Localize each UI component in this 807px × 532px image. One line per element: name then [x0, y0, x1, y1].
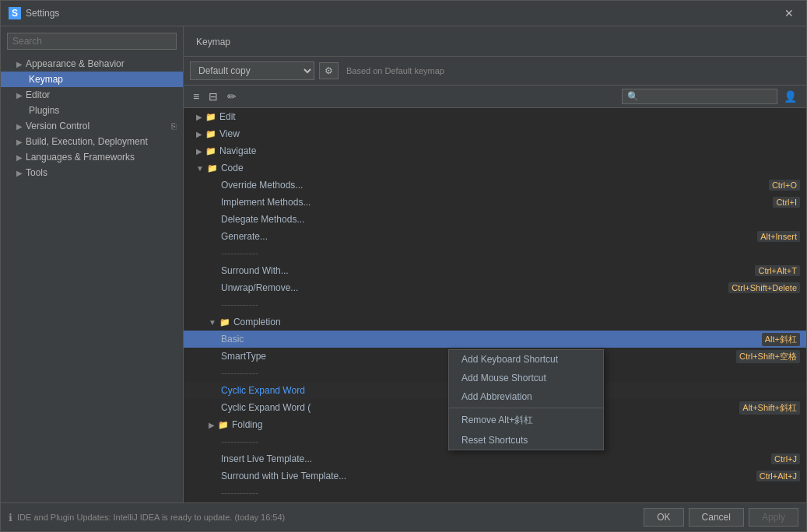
- sidebar-item-build[interactable]: ▶ Build, Execution, Deployment: [1, 134, 183, 149]
- separator-label: ------------: [221, 248, 258, 259]
- row-arrow: ▼: [196, 164, 204, 173]
- shortcut-badge: Ctrl+Alt+J: [756, 471, 800, 481]
- tree-row[interactable]: Unwrap/Remove... Ctrl+Shift+Delete: [184, 279, 806, 296]
- row-label: Unwrap/Remove...: [221, 282, 298, 293]
- tree-row-separator: ------------: [184, 245, 806, 262]
- sidebar-item-tools[interactable]: ▶ Tools: [1, 165, 183, 180]
- expand-arrow: ▶: [16, 169, 23, 177]
- search-box: [7, 33, 177, 50]
- folder-icon: 📁: [218, 420, 229, 430]
- tree-row[interactable]: Surround With... Ctrl+Alt+T: [184, 262, 806, 279]
- tree-row[interactable]: Generate... Alt+Insert: [184, 228, 806, 245]
- expand-arrow: ▶: [16, 153, 23, 162]
- shortcut-badge: Alt+Insert: [757, 231, 800, 242]
- row-arrow: ▶: [196, 147, 202, 156]
- separator-label: ------------: [221, 299, 258, 310]
- settings-dialog: S Settings ✕ ▶ Appearance & Behavior Key…: [0, 0, 807, 532]
- tree-row[interactable]: Override Methods... Ctrl+O: [184, 177, 806, 194]
- row-label: View: [219, 128, 240, 139]
- filter-button-1[interactable]: ≡: [190, 89, 202, 104]
- keymap-search-input[interactable]: [622, 89, 777, 104]
- row-arrow: ▶: [209, 421, 215, 429]
- sidebar-item-label: Tools: [26, 167, 47, 178]
- tree-row[interactable]: ▶ 📁 View: [184, 125, 806, 142]
- window-title: Settings: [26, 8, 59, 19]
- tree-row[interactable]: ▼ 📁 Completion: [184, 313, 806, 331]
- folder-icon: 📁: [205, 129, 216, 139]
- tree-row[interactable]: Surround with Live Template... Ctrl+Alt+…: [184, 467, 806, 485]
- keymap-tree: ▶ 📁 Edit ▶ 📁 View ▶ 📁 Navigate: [184, 108, 806, 502]
- row-label: Generate...: [221, 231, 268, 242]
- sidebar-item-label: Build, Execution, Deployment: [26, 136, 148, 147]
- row-label: Basic: [221, 334, 244, 345]
- shortcut-badge: Alt+Shift+斜杠: [739, 401, 800, 415]
- sidebar-item-keymap[interactable]: Keymap: [1, 72, 183, 87]
- apply-button[interactable]: Apply: [749, 508, 798, 527]
- keymap-gear-button[interactable]: ⚙: [319, 62, 339, 79]
- context-menu-separator: [449, 408, 603, 408]
- folder-icon: 📁: [205, 112, 216, 122]
- expand-arrow: ▶: [16, 60, 23, 68]
- info-icon: ℹ: [9, 512, 12, 523]
- sidebar-item-label: Appearance & Behavior: [26, 58, 125, 69]
- row-arrow: ▼: [209, 318, 216, 327]
- row-label-link: Cyclic Expand Word: [221, 385, 305, 396]
- sidebar-item-label: Plugins: [29, 105, 59, 116]
- search-right: 👤: [622, 89, 800, 104]
- button-row: OK Cancel Apply: [644, 508, 798, 527]
- folder-icon: 📁: [205, 146, 216, 156]
- title-bar: S Settings ✕: [1, 1, 806, 26]
- sidebar-item-editor[interactable]: ▶ Editor: [1, 87, 183, 103]
- folder-icon: 📁: [207, 163, 218, 173]
- right-panel: Keymap Default copy ⚙ Based on Default k…: [184, 26, 806, 502]
- close-button[interactable]: ✕: [780, 5, 798, 21]
- sidebar-item-label: Keymap: [29, 74, 63, 85]
- sidebar-item-languages[interactable]: ▶ Languages & Frameworks: [1, 149, 183, 165]
- row-label: Folding: [232, 419, 262, 430]
- tree-row[interactable]: Delegate Methods...: [184, 211, 806, 228]
- tree-row[interactable]: Implement Methods... Ctrl+I: [184, 194, 806, 211]
- edit-button[interactable]: ✏: [224, 89, 240, 104]
- shortcut-badge: Ctrl+Shift+Delete: [728, 282, 800, 293]
- search-person-button[interactable]: 👤: [781, 89, 800, 104]
- cancel-button[interactable]: Cancel: [689, 508, 744, 527]
- tree-row-separator: ------------: [184, 296, 806, 313]
- app-icon: S: [9, 7, 21, 19]
- row-label: Delegate Methods...: [221, 214, 304, 225]
- context-menu-item-remove[interactable]: Remove Alt+斜杠: [449, 410, 603, 431]
- row-label: Completion: [233, 317, 281, 327]
- sidebar-item-plugins[interactable]: Plugins: [1, 103, 183, 118]
- shortcut-badge: Ctrl+I: [773, 197, 800, 208]
- context-menu-item-add-abbrev[interactable]: Add Abbreviation: [449, 387, 603, 406]
- context-menu-item-add-keyboard[interactable]: Add Keyboard Shortcut: [449, 350, 603, 369]
- tree-row-basic[interactable]: Basic Alt+斜杠: [184, 331, 806, 348]
- keymap-select[interactable]: Default copy: [190, 61, 314, 80]
- tree-row[interactable]: Insert Live Template... Ctrl+J: [184, 450, 806, 467]
- row-label: Code: [221, 163, 244, 173]
- search-input[interactable]: [7, 33, 177, 50]
- expand-arrow: ▶: [16, 138, 23, 146]
- expand-arrow: ▶: [16, 91, 23, 100]
- row-label: Edit: [219, 111, 236, 122]
- bottom-bar: ℹ IDE and Plugin Updates: IntelliJ IDEA …: [1, 502, 806, 531]
- folder-icon: 📁: [219, 317, 230, 327]
- shortcut-badge: Ctrl+O: [769, 180, 800, 191]
- sidebar-item-label: Languages & Frameworks: [26, 152, 135, 163]
- tree-row[interactable]: ▼ 📁 Code: [184, 159, 806, 177]
- sidebar-item-label: Version Control: [26, 121, 89, 131]
- tree-row[interactable]: ▶ 📁 Navigate: [184, 142, 806, 159]
- filter-button-2[interactable]: ⊟: [205, 89, 221, 104]
- tree-row[interactable]: ▶ 📁 Edit: [184, 108, 806, 125]
- context-menu-item-add-mouse[interactable]: Add Mouse Shortcut: [449, 369, 603, 387]
- context-menu-item-reset[interactable]: Reset Shortcuts: [449, 431, 603, 450]
- row-label: Surround With...: [221, 265, 289, 276]
- toolbar-left: ≡ ⊟ ✏: [190, 89, 240, 104]
- sidebar: ▶ Appearance & Behavior Keymap ▶ Editor …: [1, 26, 184, 502]
- context-menu: Add Keyboard Shortcut Add Mouse Shortcut…: [448, 349, 604, 450]
- vc-icon: ⎘: [171, 121, 177, 131]
- sidebar-item-appearance-behavior[interactable]: ▶ Appearance & Behavior: [1, 56, 183, 72]
- row-label: Insert Live Template...: [221, 453, 312, 464]
- status-text: IDE and Plugin Updates: IntelliJ IDEA is…: [17, 513, 285, 522]
- ok-button[interactable]: OK: [644, 508, 683, 527]
- sidebar-item-version-control[interactable]: ▶ Version Control ⎘: [1, 118, 183, 134]
